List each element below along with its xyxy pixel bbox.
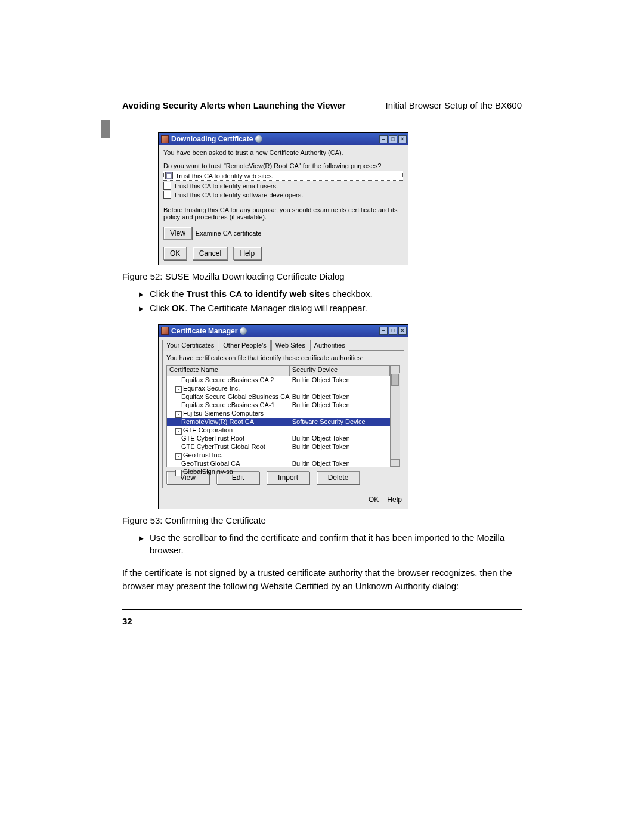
cell-security-device — [290, 426, 390, 435]
tabs-row: Your Certificates Other People's Web Sit… — [159, 337, 408, 350]
tree-expander-icon[interactable]: - — [175, 453, 182, 460]
scrollbar[interactable] — [390, 366, 400, 467]
table-row[interactable]: -Equifax Secure Inc. — [167, 385, 390, 393]
table-row[interactable]: GeoTrust Global CABuiltin Object Token — [167, 460, 390, 468]
examine-text: Examine CA certificate — [196, 230, 262, 237]
certificate-table: Certificate Name Security Device Equifax… — [166, 365, 400, 467]
ok-button[interactable]: OK — [163, 247, 187, 260]
tab-authorities[interactable]: Authorities — [310, 340, 349, 351]
figure53-caption: Figure 53: Confirming the Certificate — [122, 515, 522, 525]
header-left: Avoiding Security Alerts when Launching … — [122, 100, 346, 110]
cell-security-device — [290, 451, 390, 460]
help-button[interactable]: Help — [387, 496, 402, 504]
cancel-button[interactable]: Cancel — [193, 247, 228, 260]
cell-security-device: Builtin Object Token — [290, 435, 390, 443]
table-row[interactable]: -GeoTrust Inc. — [167, 451, 390, 460]
cell-cert-name: GTE CyberTrust Root — [167, 435, 290, 443]
cell-cert-name: Equifax Secure Global eBusiness CA... — [167, 393, 290, 401]
cell-cert-name: Equifax Secure eBusiness CA-1 — [167, 401, 290, 410]
window-icon — [161, 327, 169, 335]
dialog1-title: Downloading Certificate — [171, 135, 253, 143]
table-row[interactable]: GTE CyberTrust RootBuiltin Object Token — [167, 435, 390, 443]
tree-expander-icon[interactable]: - — [175, 470, 182, 476]
help-button[interactable]: Help — [233, 247, 261, 260]
tab-your-certificates[interactable]: Your Certificates — [162, 340, 218, 351]
trust-software-label: Trust this CA to identify software devel… — [174, 191, 303, 199]
table-row[interactable]: Equifax Secure Global eBusiness CA...Bui… — [167, 393, 390, 401]
maximize-button[interactable]: □ — [389, 327, 397, 335]
tab-other-peoples[interactable]: Other People's — [219, 340, 270, 351]
page-edge-tab — [101, 120, 110, 138]
tree-expander-icon[interactable]: - — [175, 411, 182, 418]
dialog1-intro: You have been asked to trust a new Certi… — [163, 149, 403, 156]
trust-email-checkbox[interactable] — [163, 182, 171, 190]
cell-security-device — [290, 468, 390, 476]
dialog1-question: Do you want to trust "RemoteView(R) Root… — [163, 162, 403, 169]
cell-security-device: Builtin Object Token — [290, 401, 390, 410]
cell-security-device: Builtin Object Token — [290, 393, 390, 401]
cell-security-device: Builtin Object Token — [290, 443, 390, 451]
cell-cert-name: GeoTrust Global CA — [167, 460, 290, 468]
tree-expander-icon[interactable]: - — [175, 386, 182, 393]
cell-security-device — [290, 410, 390, 418]
body-paragraph: If the certificate is not signed by a tr… — [122, 566, 522, 593]
tree-expander-icon[interactable]: - — [175, 428, 182, 435]
col-security-device[interactable]: Security Device — [290, 366, 390, 376]
table-row[interactable]: -GTE Corporation — [167, 426, 390, 435]
dialog2-title: Certificate Manager — [171, 327, 237, 335]
close-button[interactable]: × — [398, 327, 407, 335]
cell-cert-name: GTE CyberTrust Global Root — [167, 443, 290, 451]
table-row[interactable]: Equifax Secure eBusiness CA 2Builtin Obj… — [167, 376, 390, 385]
scroll-down-button[interactable] — [391, 459, 400, 467]
cell-cert-name: -Fujitsu Siemens Computers — [167, 410, 290, 418]
figure52-caption: Figure 52: SUSE Mozilla Downloading Cert… — [122, 271, 522, 281]
cell-cert-name: -GTE Corporation — [167, 426, 290, 435]
dialog2-titlebar: Certificate Manager – □ × — [159, 325, 408, 337]
table-row[interactable]: RemoteView(R) Root CASoftware Security D… — [167, 418, 390, 426]
cell-cert-name: -GeoTrust Inc. — [167, 451, 290, 460]
instruction-item: Use the scrollbar to find the certificat… — [139, 531, 522, 558]
cell-security-device: Software Security Device — [290, 418, 390, 426]
certificate-manager-dialog: Certificate Manager – □ × Your Certifica… — [158, 324, 408, 509]
dialog2-intro: You have certificates on file that ident… — [166, 354, 400, 361]
close-button[interactable]: × — [398, 135, 407, 143]
trust-websites-row[interactable]: Trust this CA to identify web sites. — [163, 171, 403, 181]
table-row[interactable]: Equifax Secure eBusiness CA-1Builtin Obj… — [167, 401, 390, 410]
title-orb-icon — [240, 327, 247, 335]
cell-security-device: Builtin Object Token — [290, 376, 390, 385]
dialog1-warning: Before trusting this CA for any purpose,… — [163, 206, 403, 221]
trust-software-checkbox[interactable] — [163, 191, 171, 199]
instruction-item: Click the Trust this CA to identify web … — [139, 287, 522, 301]
window-icon — [161, 135, 169, 143]
cell-cert-name: -GlobalSign nv-sa — [167, 468, 290, 476]
ok-button[interactable]: OK — [369, 496, 379, 504]
table-row[interactable]: -Fujitsu Siemens Computers — [167, 410, 390, 418]
table-row[interactable]: GTE CyberTrust Global RootBuiltin Object… — [167, 443, 390, 451]
minimize-button[interactable]: – — [379, 327, 388, 335]
page-footer: 32 — [122, 609, 522, 627]
trust-websites-checkbox[interactable] — [165, 172, 173, 179]
title-orb-icon — [255, 135, 262, 143]
trust-email-label: Trust this CA to identify email users. — [174, 182, 278, 190]
instruction-item: Click OK. The Certificate Manager dialog… — [139, 302, 522, 315]
table-row[interactable]: -GlobalSign nv-sa — [167, 468, 390, 476]
downloading-certificate-dialog: Downloading Certificate – □ × You have b… — [158, 132, 408, 265]
header-right: Initial Browser Setup of the BX600 — [386, 100, 522, 110]
cell-cert-name: RemoteView(R) Root CA — [167, 418, 290, 426]
trust-email-row[interactable]: Trust this CA to identify email users. — [163, 181, 403, 190]
scroll-up-button[interactable] — [391, 366, 400, 373]
cell-cert-name: Equifax Secure eBusiness CA 2 — [167, 376, 290, 385]
trust-software-row[interactable]: Trust this CA to identify software devel… — [163, 190, 403, 199]
scroll-thumb[interactable] — [391, 374, 399, 386]
maximize-button[interactable]: □ — [389, 135, 397, 143]
view-button[interactable]: View — [163, 227, 192, 240]
trust-websites-label: Trust this CA to identify web sites. — [175, 172, 274, 179]
instruction-list-2: Use the scrollbar to find the certificat… — [139, 531, 522, 558]
page-number: 32 — [122, 616, 132, 626]
minimize-button[interactable]: – — [379, 135, 388, 143]
dialog1-titlebar: Downloading Certificate – □ × — [159, 133, 408, 145]
page-header: Avoiding Security Alerts when Launching … — [122, 100, 522, 114]
tab-web-sites[interactable]: Web Sites — [271, 340, 309, 351]
col-certificate-name[interactable]: Certificate Name — [167, 366, 290, 376]
cell-security-device: Builtin Object Token — [290, 460, 390, 468]
